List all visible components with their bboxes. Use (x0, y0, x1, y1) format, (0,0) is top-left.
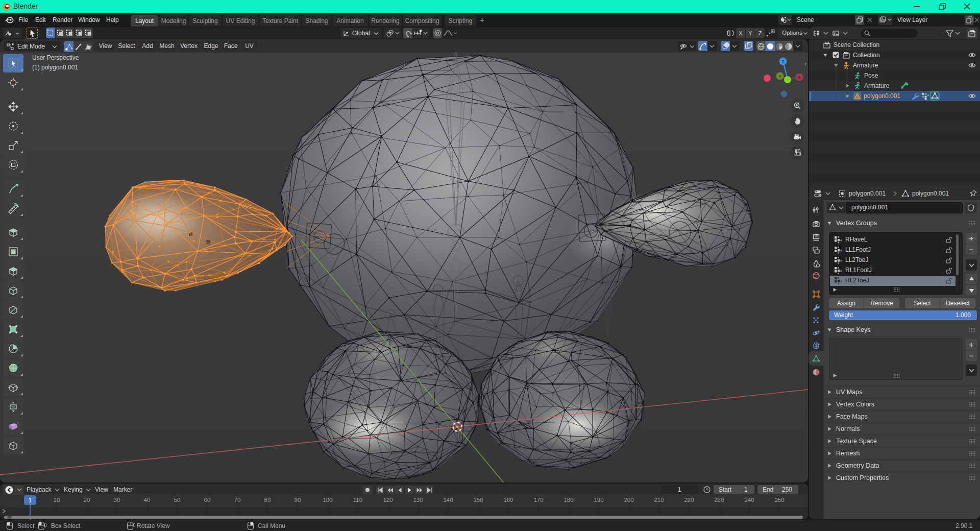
svg-text:X: X (798, 75, 801, 80)
svg-text:Y: Y (778, 74, 781, 79)
svg-text:Z: Z (781, 59, 785, 64)
